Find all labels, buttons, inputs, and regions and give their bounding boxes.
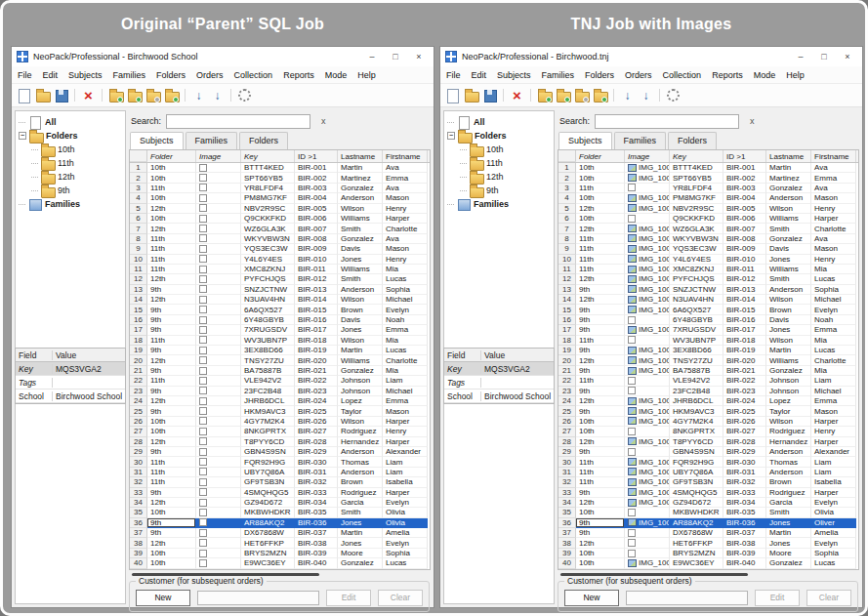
image-checkbox[interactable] xyxy=(199,499,207,507)
table-row[interactable]: 2012thIMG_1001...TNSY27ZUBIR-020Williams… xyxy=(558,355,858,365)
table-row[interactable]: 610thQ9CKKFKDBIR-006WilliamsHarper xyxy=(558,214,858,224)
tree-item-folders[interactable]: −Folders xyxy=(17,129,124,143)
image-checkbox[interactable] xyxy=(199,550,207,557)
tree-item-12th[interactable]: 12th xyxy=(17,170,124,184)
customer-field[interactable] xyxy=(626,591,748,605)
row-number-cell[interactable]: 38 xyxy=(558,538,576,548)
table-row[interactable]: 1111thIMG_1008....XMC8ZKNJBIR-011William… xyxy=(558,265,858,274)
image-checkbox[interactable] xyxy=(628,377,636,385)
row-number-cell[interactable]: 37 xyxy=(130,528,147,538)
row-number-cell[interactable]: 36 xyxy=(130,518,147,528)
column-header-image[interactable]: Image xyxy=(625,150,670,162)
image-checkbox[interactable] xyxy=(628,336,636,344)
image-checkbox[interactable] xyxy=(199,296,207,304)
table-row[interactable]: 239th23FC2B48BIR-023JohnsonMichael xyxy=(130,387,430,396)
row-number-cell[interactable]: 34 xyxy=(558,498,576,508)
image-checkbox[interactable] xyxy=(199,458,207,466)
row-number-cell[interactable]: 23 xyxy=(130,387,147,396)
image-cell[interactable] xyxy=(196,295,241,305)
image-cell[interactable]: IMG_1002.... xyxy=(625,163,670,173)
image-cell[interactable] xyxy=(196,508,241,517)
image-checkbox[interactable] xyxy=(199,468,207,475)
row-number-cell[interactable]: 31 xyxy=(130,468,147,477)
table-row[interactable]: 3111thIMG_1002...UBY7Q86ABIR-031Anderson… xyxy=(558,468,858,477)
table-row[interactable]: 159thIMG_1001...6A6QX527BIR-015BrownEvel… xyxy=(558,305,858,314)
table-row[interactable]: 512thNBV2R9SCBIR-005WilsonHenry xyxy=(130,204,430,214)
image-cell[interactable] xyxy=(625,528,670,538)
image-cell[interactable] xyxy=(196,387,241,396)
close-icon[interactable]: × xyxy=(838,52,857,62)
row-number-cell[interactable]: 17 xyxy=(558,325,576,335)
image-cell[interactable] xyxy=(196,457,241,467)
tree-item-9th[interactable]: 9th xyxy=(445,184,553,197)
row-number-cell[interactable]: 30 xyxy=(558,457,576,467)
table-row[interactable]: 210thIMG_1003....SPT66YB5BIR-002Martinez… xyxy=(558,173,858,183)
menu-help[interactable]: Help xyxy=(786,70,805,80)
row-number-cell[interactable]: 5 xyxy=(130,204,147,214)
image-cell[interactable] xyxy=(625,387,670,396)
image-checkbox[interactable] xyxy=(199,184,207,191)
row-number-cell[interactable]: 14 xyxy=(130,295,147,305)
column-header-lastname[interactable]: Lastname xyxy=(766,150,811,162)
row-number-cell[interactable]: 35 xyxy=(130,508,147,517)
image-cell[interactable]: IMG_1003... xyxy=(625,518,670,528)
folder-move-icon[interactable] xyxy=(164,88,179,103)
image-checkbox[interactable] xyxy=(199,448,207,456)
image-checkbox[interactable] xyxy=(199,478,207,486)
image-cell[interactable] xyxy=(196,224,241,233)
tree-item-11th[interactable]: 11th xyxy=(445,156,553,170)
image-cell[interactable] xyxy=(196,437,241,447)
row-number-cell[interactable]: 25 xyxy=(130,406,147,416)
row-number-cell[interactable]: 26 xyxy=(130,417,147,427)
image-cell[interactable]: IMG_1008.... xyxy=(625,265,670,274)
row-number-cell[interactable]: 18 xyxy=(558,336,576,346)
image-cell[interactable] xyxy=(196,549,241,558)
image-cell[interactable]: IMG_1002... xyxy=(625,468,670,477)
menu-reports[interactable]: Reports xyxy=(712,70,743,80)
menu-reports[interactable]: Reports xyxy=(283,70,314,80)
row-number-cell[interactable]: 4 xyxy=(130,193,147,203)
row-number-cell[interactable]: 21 xyxy=(558,366,576,376)
menu-mode[interactable]: Mode xyxy=(754,70,776,80)
image-cell[interactable]: IMG_1001... xyxy=(625,325,670,335)
clear-customer-button[interactable]: Clear xyxy=(806,590,851,606)
image-checkbox[interactable] xyxy=(628,509,636,516)
table-row[interactable]: 139thIMG_1001...SNZJCTNWBIR-013AndersonS… xyxy=(558,285,858,295)
row-number-cell[interactable]: 20 xyxy=(130,355,147,365)
export-icon[interactable]: ↓ xyxy=(210,88,225,103)
row-number-cell[interactable]: 1 xyxy=(558,163,576,173)
image-cell[interactable] xyxy=(625,184,670,193)
image-cell[interactable]: IMG_1002... xyxy=(625,558,670,568)
table-row[interactable]: 169th6Y48GBYBBIR-016DavisNoah xyxy=(130,315,430,325)
table-row[interactable]: 410thIMG_1001....PM8MG7KFBIR-004Anderson… xyxy=(558,193,858,203)
new-icon[interactable] xyxy=(17,88,31,103)
table-row[interactable]: 210thSPT66YB5BIR-002MartinezEmma xyxy=(130,173,430,183)
table-row[interactable]: 2211thVLE942V2BIR-022JohnsonLiam xyxy=(130,376,430,386)
table-row[interactable]: 239th23FC2B48BIR-023JohnsonMichael xyxy=(558,387,858,396)
table-row[interactable]: 299thGBN4S9SNBIR-029AndersonAlexander xyxy=(130,447,430,457)
image-cell[interactable]: IMG_1002... xyxy=(625,477,670,487)
table-row[interactable]: 911thIMG_1006....YQS3EC3WBIR-009DavisMas… xyxy=(558,244,858,254)
row-number-cell[interactable]: 10 xyxy=(558,255,576,265)
table-row[interactable]: 3011thIMG_1002...FQR92H9GBIR-030ThomasLi… xyxy=(558,457,858,467)
column-header-key[interactable]: Key xyxy=(241,150,295,162)
folder-edit-icon[interactable] xyxy=(127,88,142,103)
image-checkbox[interactable] xyxy=(199,245,207,253)
table-row[interactable]: 2012thTNSY27ZUBIR-020WilliamsCharlotte xyxy=(130,355,430,365)
image-cell[interactable]: IMG_1001... xyxy=(625,346,670,355)
image-cell[interactable]: IMG_1001... xyxy=(625,274,670,284)
table-row[interactable]: 369thAR88AKQ2BIR-036JonesOlivia xyxy=(130,518,430,528)
image-cell[interactable] xyxy=(196,265,241,274)
table-row[interactable]: 199th3EX8BD66BIR-019MartinLucas xyxy=(130,346,430,355)
folder-sync-icon[interactable] xyxy=(574,88,589,103)
close-icon[interactable]: × xyxy=(409,52,429,62)
image-cell[interactable]: IMG_1007.... xyxy=(625,224,670,233)
column-header-key[interactable]: Key xyxy=(670,150,723,162)
table-row[interactable]: 199thIMG_1001...3EX8BD66BIR-019MartinLuc… xyxy=(558,346,858,355)
image-checkbox[interactable] xyxy=(199,559,207,567)
image-cell[interactable] xyxy=(196,355,241,365)
folder-sync-icon[interactable] xyxy=(145,88,160,103)
row-number-cell[interactable]: 27 xyxy=(558,427,576,436)
image-checkbox[interactable] xyxy=(199,407,207,415)
table-row[interactable]: 219thIMG_1001...BA75887BBIR-021GonzalezM… xyxy=(558,366,858,376)
